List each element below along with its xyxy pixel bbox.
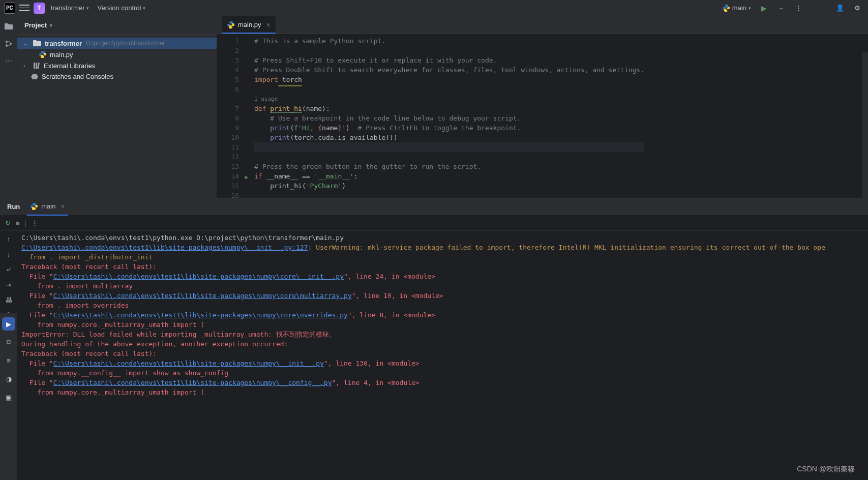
more-button[interactable]: ⋮ [792,2,805,15]
console-line: C:\Users\tashi\.conda\envs\test1\python.… [21,233,864,243]
file-link[interactable]: C:\Users\tashi\.conda\envs\test1\lib\sit… [53,379,332,386]
problems-button[interactable]: ◑ [2,372,15,385]
svg-point-0 [6,41,8,43]
run-gutter-icon[interactable]: ▶ [245,172,248,182]
code-line: # Press Double Shift to search everywher… [254,66,644,74]
chevron-right-icon: › [23,63,29,69]
code-line: # This is a sample Python script. [254,37,385,45]
python-icon [227,21,235,29]
root-path: D:\project\python\transformer [86,40,165,47]
python-console-button[interactable]: ⧉ [2,336,15,349]
run-config-name: main [732,4,746,12]
bug-icon: ⌁ [779,4,783,12]
soft-wrap-button[interactable]: ⤶ [4,264,14,275]
account-button[interactable]: 👤 [833,2,847,15]
more-icon: ⋮ [795,4,802,12]
run-tab[interactable]: main × [27,198,68,216]
folder-icon [33,39,42,47]
project-selector[interactable]: transformer ▾ [49,3,91,13]
tree-root[interactable]: ⌄ transformer D:\project\python\transfor… [17,38,217,49]
folder-icon [4,22,13,31]
usage-hint: 1 usage [254,94,644,104]
chevron-down-icon: ▾ [749,6,751,11]
editor-area: main.py × 123456 78910111213 14▶ 1516 # … [217,16,868,198]
console-output[interactable]: C:\Users\tashi\.conda\envs\test1\python.… [17,231,868,399]
chevron-down-icon: ▾ [143,6,145,11]
project-tree: ⌄ transformer D:\project\python\transfor… [17,35,217,85]
project-panel: Project ▾ ⌄ transformer D:\project\pytho… [17,16,217,198]
tab-name: main.py [238,21,261,28]
tree-scratches[interactable]: Scratches and Consoles [17,71,217,82]
vcs-label: Version control [97,4,141,12]
python-icon [30,202,38,211]
structure-icon [5,40,13,48]
svg-rect-3 [34,63,35,69]
python-icon [39,50,47,58]
svg-rect-4 [36,63,37,69]
chevron-down-icon: ▾ [86,6,89,11]
main-menu-button[interactable] [19,4,29,12]
watermark: CSDN @欧阳秦穆 [797,465,855,474]
user-icon: 👤 [836,4,844,12]
play-icon: ▶ [761,4,767,12]
python-icon [722,4,730,12]
vcs-menu[interactable]: Version control ▾ [95,3,147,13]
scratch-icon [31,73,39,80]
file-link[interactable]: C:\Users\tashi\.conda\envs\test1\lib\sit… [21,244,308,251]
gutter: 123456 78910111213 14▶ 1516 [217,36,245,200]
project-name: transformer [51,4,84,12]
tree-ext-lib[interactable]: › External Libraries [17,60,217,71]
tree-file[interactable]: main.py [17,49,217,60]
library-icon [33,62,41,70]
code-editor[interactable]: 123456 78910111213 14▶ 1516 # This is a … [217,34,868,200]
scroll-down-button[interactable]: ↓ [4,249,14,259]
scroll-to-end-button[interactable]: ⇥ [4,280,14,290]
ext-lib-label: External Libraries [44,62,95,70]
file-name: main.py [50,51,73,58]
more-actions-button[interactable]: ⋮ [32,219,38,227]
file-link[interactable]: C:\Users\tashi\.conda\envs\test1\lib\sit… [53,292,352,299]
bottom-tool-rail: ▶ ⧉ ≡ ◑ ▣ [0,313,17,480]
stop-button[interactable]: ■ [16,219,20,227]
scroll-up-button[interactable]: ↑ [4,234,14,244]
file-link[interactable]: C:\Users\tashi\.conda\envs\test1\lib\sit… [53,273,344,280]
chevron-down-icon: ⌄ [23,41,29,46]
root-name: transformer [45,40,82,47]
svg-rect-5 [37,63,40,69]
project-badge[interactable]: T [34,3,45,14]
file-link[interactable]: C:\Users\tashi\.conda\envs\test1\lib\sit… [53,359,324,367]
chevron-down-icon: ▾ [50,23,52,28]
top-toolbar: PC T transformer ▾ Version control ▾ mai… [0,0,868,16]
scratch-label: Scratches and Consoles [42,73,113,80]
gear-icon: ⚙ [854,4,860,12]
pycharm-logo: PC [4,3,15,14]
panel-title: Project [24,21,47,29]
run-tool-button[interactable]: ▶ [2,317,15,331]
run-title: Run [7,203,20,211]
debug-button[interactable]: ⌁ [774,2,788,15]
code-line: # Press Shift+F10 to execute it or repla… [254,56,497,64]
left-tool-rail: ⋯ [0,16,17,198]
run-config-selector[interactable]: main ▾ [720,3,753,13]
services-button[interactable]: ≡ [2,354,15,367]
structure-tool-button[interactable] [4,39,14,49]
code-lines: # This is a sample Python script. # Pres… [245,36,644,200]
close-tab-button[interactable]: × [61,202,65,211]
project-tool-button[interactable] [4,21,14,32]
file-link[interactable]: C:\Users\tashi\.conda\envs\test1\lib\sit… [53,311,348,319]
close-tab-button[interactable]: × [266,21,271,29]
editor-minimap[interactable] [862,52,868,215]
run-tool-window: Run main × ↻ ■ | ⋮ ↑ ↓ ⤶ ⇥ 🖶 🗑 C:\Users\… [0,198,868,399]
print-button[interactable]: 🖶 [4,295,14,305]
run-button[interactable]: ▶ [757,2,770,15]
terminal-button[interactable]: ▣ [2,391,15,404]
settings-button[interactable]: ⚙ [851,2,864,15]
more-tools-button[interactable]: ⋯ [4,56,14,66]
svg-point-1 [6,45,8,47]
run-tab-name: main [41,202,55,210]
editor-tab[interactable]: main.py × [222,16,276,34]
rerun-button[interactable]: ↻ [5,219,11,227]
